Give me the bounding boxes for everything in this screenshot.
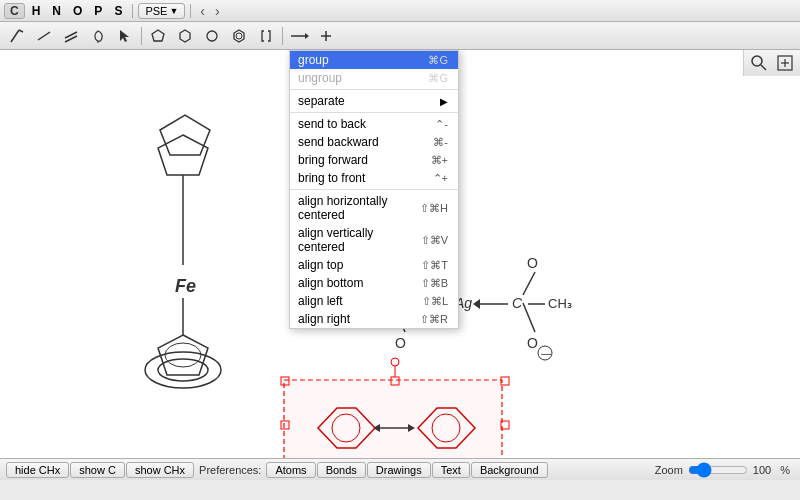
tool-double-bond[interactable]	[58, 25, 84, 47]
menu-item-label: align left	[298, 294, 343, 308]
preferences-label: Preferences:	[195, 464, 265, 476]
tool-arrow[interactable]	[286, 25, 312, 47]
menu-item-align-left[interactable]: align left ⇧⌘L	[290, 292, 458, 310]
atoms-button[interactable]: Atoms	[266, 462, 315, 478]
menu-item-align-h-center[interactable]: align horizontally centered ⇧⌘H	[290, 192, 458, 224]
element-P[interactable]: P	[89, 4, 107, 18]
menu-item-shortcut: ⇧⌘L	[422, 295, 448, 308]
tool-ring5[interactable]	[145, 25, 171, 47]
zoom-value: 100	[749, 464, 775, 476]
sep1	[141, 27, 142, 45]
menu-item-group[interactable]: group ⌘G	[290, 51, 458, 69]
svg-marker-13	[305, 33, 309, 39]
zoom-slider[interactable]	[688, 462, 748, 478]
menu-item-shortcut: ⌘+	[431, 154, 448, 167]
tool-bracket[interactable]	[253, 25, 279, 47]
menu-item-align-top[interactable]: align top ⇧⌘T	[290, 256, 458, 274]
drawings-button[interactable]: Drawings	[367, 462, 431, 478]
menu-item-label: send backward	[298, 135, 379, 149]
canvas-area[interactable]: Fe H₃C C O — O Ag C O	[0, 50, 800, 458]
separator2	[190, 4, 191, 18]
menu-separator	[290, 189, 458, 190]
svg-text:—: —	[541, 348, 551, 359]
menu-item-label: ungroup	[298, 71, 342, 85]
svg-point-64	[391, 358, 399, 366]
menu-item-label: align bottom	[298, 276, 363, 290]
svg-marker-8	[180, 30, 190, 42]
svg-marker-6	[120, 30, 129, 42]
element-S[interactable]: S	[109, 4, 127, 18]
menu-separator	[290, 112, 458, 113]
hide-chx-button[interactable]: hide CHx	[6, 462, 69, 478]
tool-plus[interactable]	[313, 25, 339, 47]
menu-item-separate[interactable]: separate ▶	[290, 92, 458, 110]
show-c-button[interactable]: show C	[70, 462, 125, 478]
menu-item-bring-forward[interactable]: bring forward ⌘+	[290, 151, 458, 169]
menu-item-label: separate	[298, 94, 345, 108]
menu-item-label: align vertically centered	[298, 226, 421, 254]
side-icon-panel	[743, 50, 800, 76]
svg-point-11	[236, 33, 242, 39]
menu-item-align-right[interactable]: align right ⇧⌘R	[290, 310, 458, 328]
show-chx-button[interactable]: show CHx	[126, 462, 194, 478]
pse-button[interactable]: PSE ▼	[138, 3, 185, 19]
menu-item-shortcut: ⇧⌘B	[421, 277, 448, 290]
svg-point-66	[752, 56, 762, 66]
svg-point-24	[165, 343, 201, 367]
nav-forward-button[interactable]: ›	[211, 3, 224, 19]
element-O[interactable]: O	[68, 4, 87, 18]
menu-item-label: bring to front	[298, 171, 365, 185]
tool-pencil[interactable]	[4, 25, 30, 47]
element-N[interactable]: N	[47, 4, 66, 18]
menu-item-shortcut: ⌃-	[435, 118, 448, 131]
menu-item-shortcut: ⌘G	[428, 54, 448, 67]
zoom-label: Zoom	[651, 464, 687, 476]
menu-item-send-to-back[interactable]: send to back ⌃-	[290, 115, 458, 133]
menu-item-shortcut: ⌘G	[428, 72, 448, 85]
menu-item-label: align horizontally centered	[298, 194, 420, 222]
menu-item-label: bring forward	[298, 153, 368, 167]
menu-item-shortcut: ⇧⌘R	[420, 313, 448, 326]
svg-text:O: O	[395, 335, 406, 351]
text-button[interactable]: Text	[432, 462, 470, 478]
menu-item-shortcut: ⇧⌘T	[421, 259, 448, 272]
sep2	[282, 27, 283, 45]
menu-item-shortcut: ⇧⌘V	[421, 234, 448, 247]
tool-ring6[interactable]	[172, 25, 198, 47]
svg-line-45	[523, 303, 535, 332]
separator	[132, 4, 133, 18]
svg-text:O: O	[527, 335, 538, 351]
tool-select[interactable]	[112, 25, 138, 47]
svg-line-0	[11, 30, 19, 42]
top-toolbar: C H N O P S PSE ▼ ‹ ›	[0, 0, 800, 22]
tool-benzene[interactable]	[226, 25, 252, 47]
svg-point-17	[145, 352, 221, 388]
zoom-unit: %	[776, 464, 794, 476]
bottom-bar: hide CHx show C show CHx Preferences: At…	[0, 458, 800, 480]
menu-item-bring-to-front[interactable]: bring to front ⌃+	[290, 169, 458, 187]
nav-back-button[interactable]: ‹	[196, 3, 209, 19]
menu-item-label: group	[298, 53, 329, 67]
menu-item-align-v-center[interactable]: align vertically centered ⇧⌘V	[290, 224, 458, 256]
svg-text:O: O	[527, 255, 538, 271]
background-button[interactable]: Background	[471, 462, 548, 478]
tool-ring-cyclo[interactable]	[199, 25, 225, 47]
svg-text:C: C	[512, 295, 523, 311]
submenu-arrow-icon: ▶	[440, 96, 448, 107]
element-H[interactable]: H	[27, 4, 46, 18]
menu-separator	[290, 89, 458, 90]
context-menu: group ⌘G ungroup ⌘G separate ▶ send to b…	[289, 50, 459, 329]
zoom-icon[interactable]	[747, 52, 771, 74]
svg-marker-7	[152, 30, 164, 41]
menu-item-label: send to back	[298, 117, 366, 131]
tool-bond[interactable]	[31, 25, 57, 47]
tool-lasso[interactable]	[85, 25, 111, 47]
bonds-button[interactable]: Bonds	[317, 462, 366, 478]
element-C[interactable]: C	[4, 3, 25, 19]
fit-icon[interactable]	[773, 52, 797, 74]
menu-item-ungroup[interactable]: ungroup ⌘G	[290, 69, 458, 87]
menu-item-send-backward[interactable]: send backward ⌘-	[290, 133, 458, 151]
menu-item-align-bottom[interactable]: align bottom ⇧⌘B	[290, 274, 458, 292]
menu-item-label: align top	[298, 258, 343, 272]
menu-item-shortcut: ⇧⌘H	[420, 202, 448, 215]
